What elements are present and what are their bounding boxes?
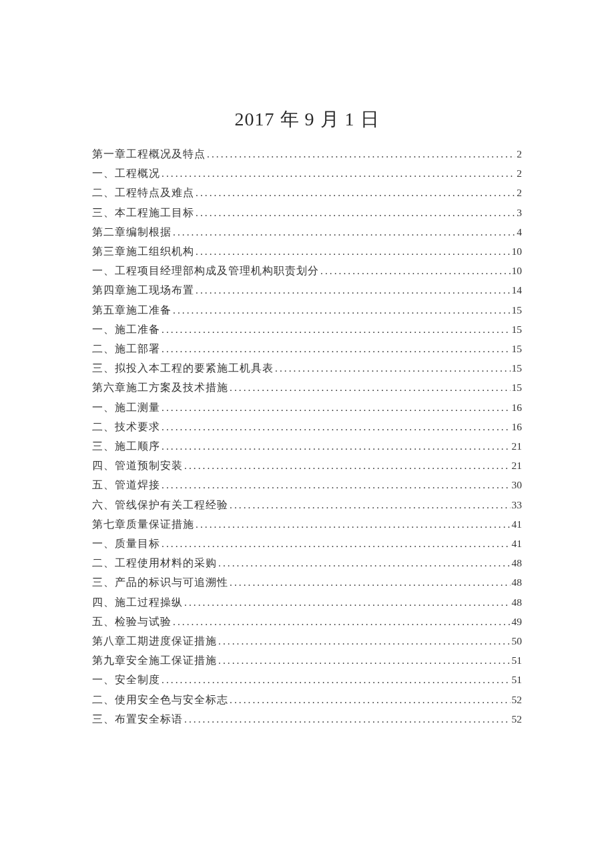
toc-leader-dots xyxy=(194,203,515,222)
toc-entry-label: 三、本工程施工目标 xyxy=(92,203,194,222)
toc-row: 六、管线保护有关工程经验33 xyxy=(92,495,522,514)
toc-entry-label: 二、工程特点及难点 xyxy=(92,183,194,202)
toc-entry-label: 第八章工期进度保证措施 xyxy=(92,631,217,650)
toc-entry-page: 41 xyxy=(511,514,523,534)
toc-row: 第七章质量保证措施41 xyxy=(92,514,522,534)
toc-entry-page: 2 xyxy=(515,144,522,163)
toc-entry-page: 15 xyxy=(511,358,523,378)
toc-row: 一、质量目标41 xyxy=(92,534,522,553)
toc-entry-label: 四、管道预制安装 xyxy=(92,456,183,475)
toc-entry-page: 50 xyxy=(511,631,523,650)
toc-entry-page: 2 xyxy=(515,183,522,202)
toc-entry-label: 三、拟投入本工程的要紧施工机具表 xyxy=(92,358,274,378)
toc-leader-dots xyxy=(274,358,511,378)
toc-entry-page: 16 xyxy=(511,398,523,417)
toc-entry-page: 2 xyxy=(515,163,522,183)
toc-entry-label: 第一章工程概况及特点 xyxy=(92,144,206,163)
toc-leader-dots xyxy=(217,553,511,572)
toc-entry-label: 第九章安全施工保证措施 xyxy=(92,650,217,670)
toc-leader-dots xyxy=(228,572,511,592)
toc-entry-label: 第七章质量保证措施 xyxy=(92,514,194,534)
toc-row: 第八章工期进度保证措施50 xyxy=(92,631,522,650)
toc-entry-label: 一、工程概况 xyxy=(92,163,160,183)
toc-entry-label: 五、检验与试验 xyxy=(92,612,172,631)
toc-entry-label: 一、安全制度 xyxy=(92,670,160,689)
toc-entry-label: 四、施工过程操纵 xyxy=(92,592,183,612)
toc-entry-page: 15 xyxy=(511,320,523,339)
toc-row: 二、使用安全色与安全标志52 xyxy=(92,690,522,709)
toc-row: 三、本工程施工目标3 xyxy=(92,203,522,222)
toc-leader-dots xyxy=(160,534,511,553)
toc-entry-label: 二、工程使用材料的采购 xyxy=(92,553,217,572)
toc-row: 二、工程特点及难点2 xyxy=(92,183,522,202)
toc-entry-page: 52 xyxy=(511,690,523,709)
toc-row: 三、施工顺序21 xyxy=(92,436,522,456)
toc-row: 三、布置安全标语52 xyxy=(92,709,522,729)
toc-leader-dots xyxy=(194,183,515,202)
toc-entry-page: 10 xyxy=(511,242,523,261)
toc-entry-label: 三、布置安全标语 xyxy=(92,709,183,729)
toc-leader-dots xyxy=(160,320,511,339)
toc-entry-label: 六、管线保护有关工程经验 xyxy=(92,495,228,514)
toc-entry-page: 15 xyxy=(511,300,523,320)
toc-row: 二、技术要求16 xyxy=(92,417,522,436)
toc-row: 第六章施工方案及技术措施15 xyxy=(92,378,522,397)
toc-leader-dots xyxy=(206,144,515,163)
toc-leader-dots xyxy=(160,436,511,456)
toc-entry-page: 41 xyxy=(511,534,523,553)
toc-entry-label: 一、工程项目经理部构成及管理机构职责划分 xyxy=(92,261,319,280)
toc-entry-label: 第六章施工方案及技术措施 xyxy=(92,378,228,397)
toc-entry-label: 第四章施工现场布置 xyxy=(92,280,194,300)
toc-row: 四、施工过程操纵48 xyxy=(92,592,522,612)
toc-row: 一、工程概况2 xyxy=(92,163,522,183)
toc-leader-dots xyxy=(160,339,511,358)
toc-row: 三、拟投入本工程的要紧施工机具表15 xyxy=(92,358,522,378)
toc-entry-page: 48 xyxy=(511,592,523,612)
toc-entry-page: 3 xyxy=(515,203,522,222)
toc-leader-dots xyxy=(183,592,511,612)
toc-row: 第五章施工准备15 xyxy=(92,300,522,320)
toc-leader-dots xyxy=(172,300,511,320)
toc-entry-label: 第三章施工组织机构 xyxy=(92,242,194,261)
toc-row: 一、安全制度51 xyxy=(92,670,522,689)
toc-entry-label: 一、施工测量 xyxy=(92,398,160,417)
toc-entry-page: 52 xyxy=(511,709,523,729)
toc-row: 二、施工部署15 xyxy=(92,339,522,358)
toc-entry-page: 4 xyxy=(515,222,522,242)
toc-entry-page: 10 xyxy=(511,261,523,280)
toc-leader-dots xyxy=(228,690,511,709)
toc-entry-label: 第五章施工准备 xyxy=(92,300,172,320)
toc-leader-dots xyxy=(160,670,511,689)
toc-row: 第二章编制根据4 xyxy=(92,222,522,242)
toc-leader-dots xyxy=(217,631,511,650)
toc-row: 第三章施工组织机构10 xyxy=(92,242,522,261)
toc-row: 三、产品的标识与可追溯性48 xyxy=(92,572,522,592)
toc-leader-dots xyxy=(172,222,515,242)
toc-leader-dots xyxy=(217,650,511,670)
toc-entry-page: 51 xyxy=(511,650,523,670)
toc-entry-label: 一、质量目标 xyxy=(92,534,160,553)
toc-entry-label: 五、管道焊接 xyxy=(92,475,160,494)
toc-leader-dots xyxy=(183,709,511,729)
page-title: 2017 年 9 月 1 日 xyxy=(92,107,522,132)
toc-entry-page: 33 xyxy=(511,495,523,514)
toc-entry-page: 48 xyxy=(511,553,523,572)
toc-leader-dots xyxy=(160,475,511,494)
toc-row: 四、管道预制安装21 xyxy=(92,456,522,475)
toc-leader-dots xyxy=(194,280,511,300)
toc-leader-dots xyxy=(194,514,511,534)
toc-leader-dots xyxy=(194,242,511,261)
toc-entry-label: 二、施工部署 xyxy=(92,339,160,358)
toc-row: 第九章安全施工保证措施51 xyxy=(92,650,522,670)
toc-entry-page: 30 xyxy=(511,475,523,494)
toc-entry-label: 二、技术要求 xyxy=(92,417,160,436)
toc-entry-page: 16 xyxy=(511,417,523,436)
toc-leader-dots xyxy=(160,398,511,417)
toc-row: 一、施工测量16 xyxy=(92,398,522,417)
toc-entry-label: 三、产品的标识与可追溯性 xyxy=(92,572,228,592)
toc-row: 一、施工准备15 xyxy=(92,320,522,339)
toc-row: 一、工程项目经理部构成及管理机构职责划分10 xyxy=(92,261,522,280)
toc-row: 五、检验与试验49 xyxy=(92,612,522,631)
toc-row: 第四章施工现场布置14 xyxy=(92,280,522,300)
toc-row: 第一章工程概况及特点2 xyxy=(92,144,522,163)
